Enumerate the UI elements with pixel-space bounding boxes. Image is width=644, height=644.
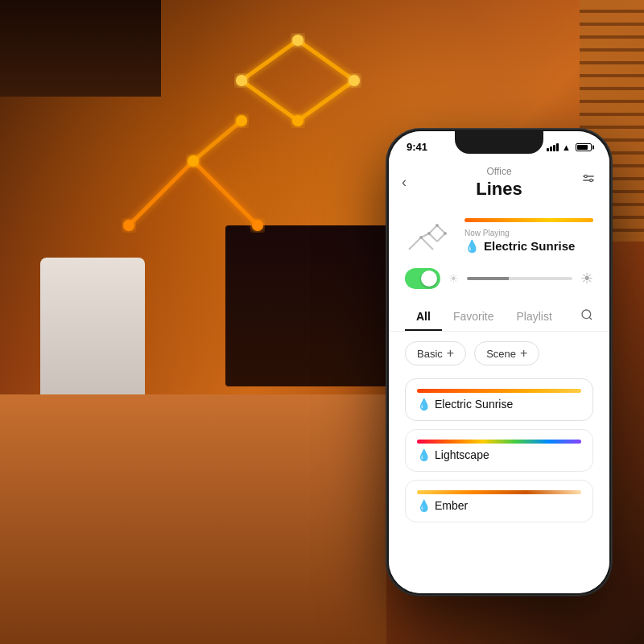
electric-sunrise-color-bar xyxy=(417,389,581,393)
scene-card-name-lightscape: 💧 Lightscape xyxy=(417,448,581,461)
preview-color-bar xyxy=(464,218,593,222)
svg-point-10 xyxy=(236,115,247,126)
drop-icon: 💧 xyxy=(464,239,480,254)
scene-card-name-electric: 💧 Electric Sunrise xyxy=(417,398,581,411)
svg-line-0 xyxy=(129,161,193,225)
controls-row: ☀ ☀ xyxy=(389,263,609,297)
svg-line-22 xyxy=(421,237,433,250)
scene-card-content-electric: 💧 Electric Sunrise xyxy=(417,389,581,411)
svg-point-20 xyxy=(590,179,592,181)
brightness-low-icon: ☀ xyxy=(448,272,459,285)
lightscape-color-bar xyxy=(417,440,581,444)
svg-line-24 xyxy=(437,225,445,233)
phone-device: 9:41 ▲ ‹ xyxy=(386,129,612,596)
svg-line-25 xyxy=(437,233,445,242)
scene-list: 💧 Electric Sunrise 💧 Lightscape xyxy=(389,372,609,593)
now-playing-label: Now Playing xyxy=(464,229,593,237)
svg-point-30 xyxy=(436,224,439,227)
phone-wrapper: 9:41 ▲ ‹ xyxy=(386,129,612,596)
svg-line-6 xyxy=(242,80,298,121)
svg-point-11 xyxy=(236,75,247,86)
tabs-row: All Favorite Playlist xyxy=(389,297,609,332)
app-content: ‹ Office Lines xyxy=(389,156,609,593)
phone-screen: 9:41 ▲ ‹ xyxy=(389,131,609,593)
svg-line-3 xyxy=(242,40,298,80)
drop-icon-electric: 💧 xyxy=(417,398,431,411)
svg-point-12 xyxy=(292,35,303,46)
signal-icon xyxy=(547,143,559,151)
add-scene-icon: + xyxy=(520,347,527,360)
svg-line-33 xyxy=(589,317,592,320)
filter-basic[interactable]: Basic + xyxy=(405,341,466,365)
scene-preview: Now Playing 💧 Electric Sunrise xyxy=(389,208,609,263)
status-icons: ▲ xyxy=(547,142,592,152)
brightness-slider[interactable] xyxy=(467,277,572,280)
desk xyxy=(0,394,386,644)
scene-card-content-ember: 💧 Ember xyxy=(417,490,581,512)
scene-card-ember[interactable]: 💧 Ember xyxy=(405,480,593,522)
svg-line-21 xyxy=(409,237,421,250)
svg-point-19 xyxy=(584,175,587,177)
svg-point-32 xyxy=(582,310,591,319)
svg-line-7 xyxy=(193,121,242,161)
scene-card-name-ember: 💧 Ember xyxy=(417,499,581,512)
ember-color-bar xyxy=(417,490,581,494)
tab-playlist[interactable]: Playlist xyxy=(505,303,563,331)
app-header: ‹ Office Lines xyxy=(389,156,609,208)
speaker xyxy=(40,258,145,402)
drop-icon-lightscape: 💧 xyxy=(417,448,431,461)
svg-point-14 xyxy=(292,115,303,126)
toggle-knob xyxy=(421,270,437,287)
svg-line-26 xyxy=(429,233,437,242)
power-toggle[interactable] xyxy=(405,268,440,289)
svg-point-29 xyxy=(427,232,431,235)
add-basic-icon: + xyxy=(447,347,454,360)
svg-point-31 xyxy=(444,232,447,235)
lines-wall-art xyxy=(80,16,370,258)
header-title: Lines xyxy=(405,179,593,200)
search-tab-icon[interactable] xyxy=(580,302,593,331)
preview-scene-name: 💧 Electric Sunrise xyxy=(464,239,593,254)
svg-point-15 xyxy=(123,220,134,231)
svg-point-28 xyxy=(419,236,423,239)
status-time: 9:41 xyxy=(407,141,427,153)
tab-favorite[interactable]: Favorite xyxy=(442,303,506,331)
preview-info: Now Playing 💧 Electric Sunrise xyxy=(464,218,593,254)
svg-point-16 xyxy=(252,220,263,231)
scene-card-lightscape[interactable]: 💧 Lightscape xyxy=(405,429,593,472)
tab-all[interactable]: All xyxy=(405,303,442,331)
wifi-icon: ▲ xyxy=(562,142,571,152)
settings-button[interactable] xyxy=(580,172,597,192)
lines-preview-icon xyxy=(405,217,453,254)
filter-row: Basic + Scene + xyxy=(389,332,609,372)
svg-point-9 xyxy=(188,155,199,167)
brightness-high-icon: ☀ xyxy=(580,270,593,287)
battery-icon xyxy=(576,143,592,151)
drop-icon-ember: 💧 xyxy=(417,499,431,512)
svg-line-1 xyxy=(193,161,258,225)
phone-notch xyxy=(455,131,543,154)
svg-line-4 xyxy=(298,40,354,80)
scene-card-content-lightscape: 💧 Lightscape xyxy=(417,440,581,461)
back-button[interactable]: ‹ xyxy=(402,174,407,191)
header-location: Office xyxy=(405,166,593,177)
scene-card-electric-sunrise[interactable]: 💧 Electric Sunrise xyxy=(405,378,593,421)
svg-line-23 xyxy=(429,225,437,233)
filter-scene[interactable]: Scene + xyxy=(474,341,539,365)
svg-point-13 xyxy=(349,75,360,86)
svg-line-5 xyxy=(298,80,354,121)
